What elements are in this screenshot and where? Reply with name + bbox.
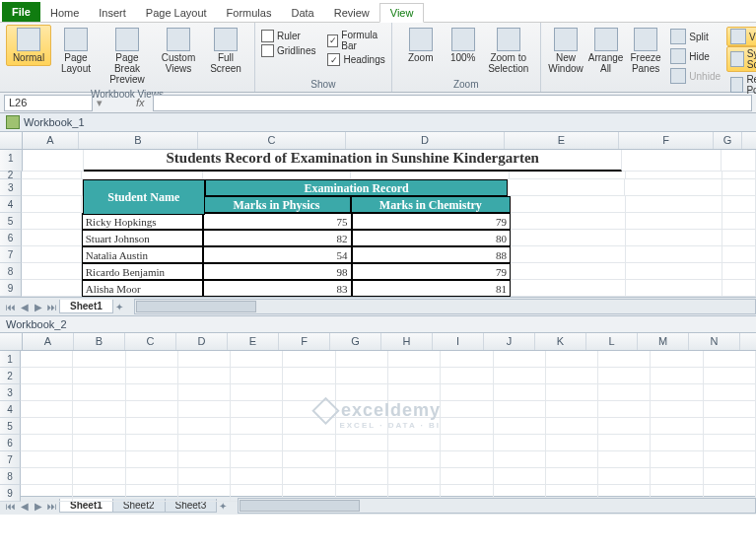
row-header[interactable]: 9 — [0, 280, 22, 297]
cell[interactable] — [126, 368, 178, 384]
row-header[interactable]: 2 — [0, 172, 22, 179]
scroll-thumb[interactable] — [136, 301, 256, 312]
row-header[interactable]: 3 — [0, 384, 21, 401]
cell[interactable] — [21, 418, 73, 435]
cell[interactable] — [126, 351, 178, 368]
formula-bar-checkbox[interactable]: ✓Formula Bar — [327, 29, 384, 52]
cell[interactable] — [441, 384, 493, 401]
col-header[interactable]: H — [381, 333, 433, 350]
fx-icon[interactable]: fx — [136, 97, 145, 108]
cell[interactable] — [598, 401, 651, 418]
cell[interactable]: Natalia Austin — [82, 246, 203, 263]
cell[interactable] — [21, 468, 73, 485]
synchronous-scrolling-button[interactable]: Synchronous Scrolling — [726, 46, 756, 72]
col-header[interactable]: A — [23, 333, 74, 350]
tab-page-layout[interactable]: Page Layout — [136, 4, 217, 22]
cell[interactable] — [178, 368, 231, 384]
cell[interactable]: 81 — [352, 280, 511, 297]
col-header[interactable]: G — [330, 333, 381, 350]
cell[interactable] — [126, 384, 178, 401]
gridlines-checkbox[interactable]: Gridlines — [261, 43, 315, 58]
cell[interactable]: 82 — [203, 230, 352, 246]
cell[interactable] — [651, 351, 703, 368]
cell[interactable] — [283, 468, 335, 485]
row-header[interactable]: 9 — [0, 485, 21, 502]
cell[interactable] — [651, 368, 703, 384]
cell[interactable] — [494, 384, 546, 401]
row-header[interactable]: 1 — [0, 351, 21, 368]
cell[interactable] — [598, 468, 651, 485]
cell[interactable] — [73, 418, 125, 435]
cell[interactable] — [651, 384, 703, 401]
cell[interactable] — [704, 384, 756, 401]
name-box-dropdown-icon[interactable]: ▾ — [97, 97, 103, 109]
cell[interactable] — [494, 368, 546, 384]
col-header[interactable]: E — [505, 132, 619, 149]
cell[interactable] — [651, 418, 703, 435]
cell[interactable] — [598, 435, 651, 451]
cell[interactable] — [231, 451, 283, 468]
cell[interactable] — [598, 351, 651, 368]
cell[interactable] — [598, 384, 651, 401]
sheet-nav-next-icon[interactable]: ▶ — [32, 300, 45, 313]
tab-data[interactable]: Data — [281, 4, 323, 22]
cell[interactable] — [546, 401, 598, 418]
cell[interactable] — [178, 401, 231, 418]
cell[interactable] — [494, 351, 546, 368]
workbook-1-titlebar[interactable]: Workbook_1 — [0, 113, 756, 132]
row-header[interactable]: 6 — [0, 435, 21, 451]
horizontal-scrollbar[interactable] — [134, 299, 756, 314]
cell[interactable] — [388, 435, 441, 451]
cell[interactable] — [126, 468, 178, 485]
cell[interactable] — [494, 435, 546, 451]
cell[interactable] — [283, 418, 335, 435]
tab-insert[interactable]: Insert — [89, 4, 136, 22]
row-header[interactable]: 8 — [0, 468, 21, 485]
tab-file[interactable]: File — [2, 2, 40, 22]
cell[interactable] — [704, 368, 756, 384]
cell[interactable] — [388, 468, 441, 485]
new-sheet-icon[interactable]: ✦ — [112, 300, 126, 313]
col-header[interactable]: N — [689, 333, 740, 350]
row-header[interactable]: 5 — [0, 213, 22, 230]
sheet-nav-first-icon[interactable]: ⏮ — [4, 300, 18, 313]
cell[interactable] — [21, 435, 73, 451]
cell[interactable] — [704, 435, 756, 451]
row-header[interactable]: 4 — [0, 401, 21, 418]
header-exam-record[interactable]: Examination Record — [205, 179, 508, 196]
sheet-nav-prev-icon[interactable]: ◀ — [18, 300, 32, 313]
cell[interactable]: 83 — [203, 280, 352, 297]
cell[interactable] — [21, 384, 73, 401]
row-header[interactable]: 1 — [0, 150, 23, 172]
tab-review[interactable]: Review — [324, 4, 379, 22]
cell[interactable] — [126, 485, 178, 502]
cell[interactable] — [336, 351, 388, 368]
select-all-corner[interactable] — [0, 333, 23, 350]
col-header[interactable]: C — [125, 333, 176, 350]
row-header[interactable]: 8 — [0, 263, 22, 280]
cell[interactable] — [546, 418, 598, 435]
cell[interactable] — [388, 451, 441, 468]
cell[interactable] — [441, 368, 493, 384]
custom-views-button[interactable]: Custom Views — [156, 25, 201, 77]
tab-formulas[interactable]: Formulas — [217, 4, 282, 22]
cell[interactable] — [704, 351, 756, 368]
new-window-button[interactable]: New Window — [547, 25, 585, 77]
cell[interactable] — [73, 468, 125, 485]
cell[interactable]: Stuart Johnson — [82, 230, 203, 246]
col-header[interactable]: B — [74, 333, 125, 350]
scroll-thumb[interactable] — [240, 500, 360, 512]
cell[interactable] — [704, 451, 756, 468]
cell[interactable] — [178, 435, 231, 451]
cell[interactable]: 88 — [352, 246, 511, 263]
cell[interactable] — [441, 435, 493, 451]
arrange-all-button[interactable]: Arrange All — [586, 25, 625, 77]
cell[interactable] — [388, 384, 441, 401]
cell[interactable] — [441, 418, 493, 435]
freeze-panes-button[interactable]: Freeze Panes — [627, 25, 665, 77]
cell[interactable] — [336, 418, 388, 435]
cell[interactable] — [23, 150, 84, 172]
cell[interactable] — [546, 368, 598, 384]
col-header[interactable]: M — [638, 333, 689, 350]
zoom-button[interactable]: Zoom — [398, 25, 444, 66]
